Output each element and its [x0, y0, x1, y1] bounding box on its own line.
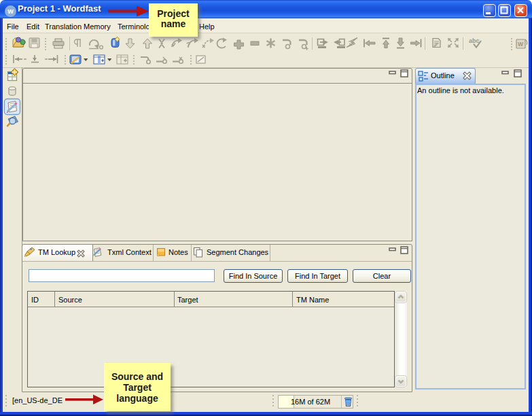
svg-text:abc: abc: [469, 37, 480, 44]
svg-text:?: ?: [186, 41, 190, 49]
svg-text:W: W: [518, 41, 524, 48]
